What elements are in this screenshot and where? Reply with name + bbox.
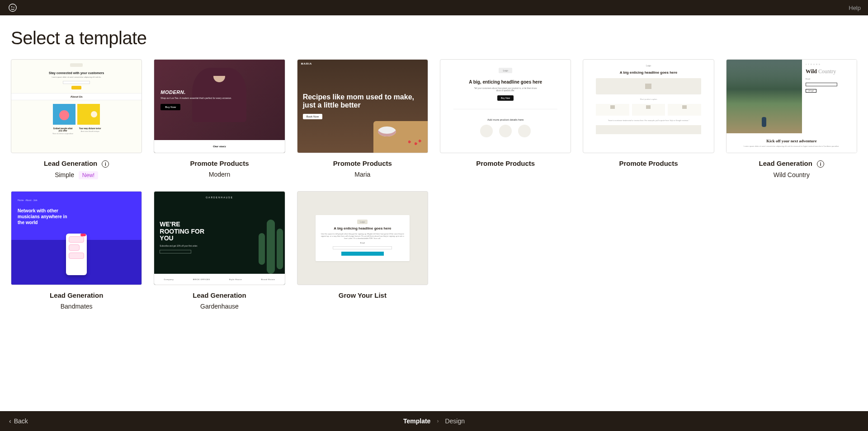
template-card-grow-list: Logo A big enticing headline goes here U… — [297, 191, 428, 310]
template-thumb[interactable]: Stay connected with your customers Lorem… — [11, 59, 142, 153]
template-category: Promote Products — [190, 159, 249, 167]
logo-placeholder — [70, 63, 83, 67]
product-circles — [480, 125, 531, 137]
logo-placeholder: Logo — [357, 220, 368, 224]
thumb-headline: Stay connected with your customers — [49, 71, 104, 75]
thumb-logo-row: Company BRICK OFFICES Style House Brand … — [154, 274, 284, 285]
mailchimp-logo-icon[interactable] — [7, 2, 18, 13]
thumb-input — [63, 81, 90, 84]
page-title: Select a template — [11, 28, 857, 48]
template-thumb[interactable]: MARIA Recipes like mom used to make, jus… — [297, 59, 428, 153]
new-badge: New! — [79, 171, 98, 179]
template-thumb[interactable]: GARDENHAUSE WE'RE ROOTING FOR YOU Subscr… — [154, 191, 285, 285]
thumb-sub: Lorem ipsum dolor sit amet consectetur a… — [52, 76, 101, 78]
template-category: Promote Products — [619, 159, 678, 167]
thumb-more: Add more product details here — [487, 118, 524, 121]
template-thumb[interactable]: Logo A big, enticing headline goes here … — [440, 59, 571, 153]
thumb-quote: "Insert a customer testimonial or review… — [608, 119, 689, 122]
thumb-headline: A big enticing headline goes here — [620, 70, 677, 75]
circle-icon — [480, 125, 493, 137]
circle-icon — [499, 125, 512, 137]
thumb-nav: Home · About · Join — [18, 199, 135, 201]
col-text: Nunc dui dictum suspendisse — [52, 133, 74, 135]
thumb-cta: Buy Now — [160, 104, 180, 110]
template-card-bandmates: Home · About · Join Network with other m… — [11, 191, 142, 310]
template-name: Maria — [297, 171, 428, 178]
template-card-simple: Stay connected with your customers Lorem… — [11, 59, 142, 179]
thumb-caption: Short product caption — [640, 98, 657, 100]
template-card-gardenhause: GARDENHAUSE WE'RE ROOTING FOR YOU Subscr… — [154, 191, 285, 310]
thumb-brand: Wild Country — [806, 68, 853, 75]
thumb-headline: A big enticing headline goes here — [334, 226, 391, 230]
info-icon[interactable]: i — [102, 160, 109, 168]
col-heading: Your way dictum tortor — [79, 127, 101, 130]
thumb-cta: Book Now — [303, 114, 322, 119]
thumb-cta: Buy Now — [497, 95, 514, 101]
bowl-icon — [378, 126, 396, 136]
vegetables-icon — [403, 138, 424, 147]
thumb-tagline: Shop our Lux Tee. A modern essential tha… — [160, 97, 231, 99]
thumb-label: Email — [806, 78, 853, 80]
template-card-modern: MODERN. Shop our Lux Tee. A modern essen… — [154, 59, 285, 179]
circle-icon — [518, 125, 531, 137]
template-card-wild-country: ≡ T O U R S Wild Country Email Let's go!… — [726, 59, 857, 179]
sample-image-icon — [53, 104, 75, 125]
template-thumb[interactable]: Home · About · Join Network with other m… — [11, 191, 142, 285]
cutting-board-icon — [373, 121, 428, 153]
image-placeholder-icon — [632, 104, 665, 116]
template-name: Bandmates — [11, 303, 142, 310]
col-heading: Embed people what you offer — [52, 127, 74, 132]
thumb-nav: ≡ T O U R S — [806, 63, 853, 66]
template-thumb[interactable]: Logo A big enticing headline goes here U… — [297, 191, 428, 285]
image-placeholder-icon — [596, 78, 701, 94]
thumb-label: Email — [360, 242, 365, 244]
template-category: Lead Generation — [759, 159, 812, 167]
template-category: Lead Generation — [44, 159, 97, 167]
thumb-columns: Embed people what you offerNunc dui dict… — [11, 127, 142, 135]
three-col — [596, 104, 701, 116]
svg-point-2 — [14, 7, 14, 8]
partner-logo: Style House — [229, 278, 242, 281]
thumb-headline: Network with other musicians anywhere in… — [18, 208, 72, 225]
image-placeholder-icon — [596, 125, 701, 134]
thumb-about: About Us — [11, 93, 142, 100]
thumb-cta — [71, 86, 81, 89]
logo-placeholder: Logo — [499, 68, 512, 73]
thumb-sub: Tell your customers about how great your… — [472, 87, 539, 92]
phone-icon — [66, 234, 87, 275]
template-thumb[interactable]: ≡ T O U R S Wild Country Email Let's go!… — [726, 59, 857, 153]
thumb-input-row — [63, 81, 90, 84]
partner-logo: Brand Estate — [261, 278, 275, 281]
topbar: Help — [0, 0, 868, 15]
thumb-input — [333, 246, 392, 249]
template-name: Wild Country — [726, 171, 857, 178]
partner-logo: Company — [164, 278, 174, 281]
template-name: Modern — [154, 171, 285, 178]
info-icon[interactable]: i — [817, 160, 824, 168]
thumb-sub: Use this space to tell people what they … — [320, 233, 405, 239]
template-category: Lead Generation — [50, 291, 103, 299]
logo-placeholder: Logo — [646, 64, 651, 67]
thumb-input — [806, 83, 837, 86]
thumb-headline: A big, enticing headline goes here — [469, 80, 542, 84]
image-placeholder-icon — [668, 104, 701, 116]
message-bubble-icon — [69, 244, 80, 251]
template-thumb[interactable]: MODERN. Shop our Lux Tee. A modern essen… — [154, 59, 285, 153]
thumb-images — [53, 104, 100, 125]
thumb-input — [160, 250, 191, 253]
sample-image-icon — [77, 104, 100, 125]
cactus-icon — [267, 220, 275, 274]
template-thumb[interactable]: Logo A big enticing headline goes here S… — [583, 59, 714, 153]
image-placeholder-icon — [596, 104, 629, 116]
template-card-promote-1: Logo A big, enticing headline goes here … — [440, 59, 571, 179]
mountain-photo-icon — [726, 60, 802, 133]
thumb-kicker: Kick off your next adventure — [731, 139, 852, 143]
template-category: Promote Products — [476, 159, 535, 167]
col-text: Amet vitae blandit tristique — [79, 131, 101, 132]
thumb-cta — [341, 252, 384, 256]
divider — [453, 109, 558, 109]
help-link[interactable]: Help — [849, 5, 861, 11]
message-bubble-icon — [69, 236, 84, 243]
message-bubble-icon — [69, 253, 84, 259]
svg-point-1 — [11, 6, 12, 7]
